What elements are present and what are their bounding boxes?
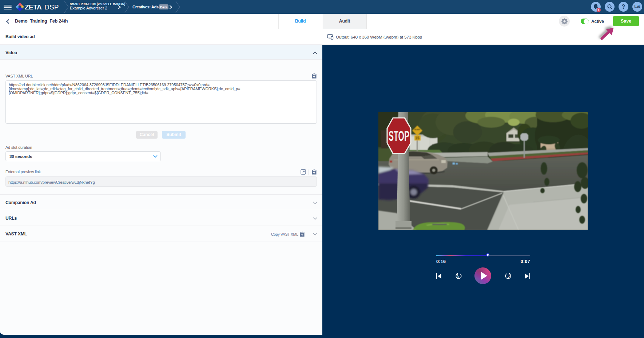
svg-text:5: 5: [508, 274, 510, 278]
svg-text:STOP: STOP: [389, 128, 409, 144]
svg-text:BUMP: BUMP: [414, 128, 421, 131]
svg-text:5: 5: [457, 274, 459, 278]
svg-text:15: 15: [415, 136, 420, 140]
